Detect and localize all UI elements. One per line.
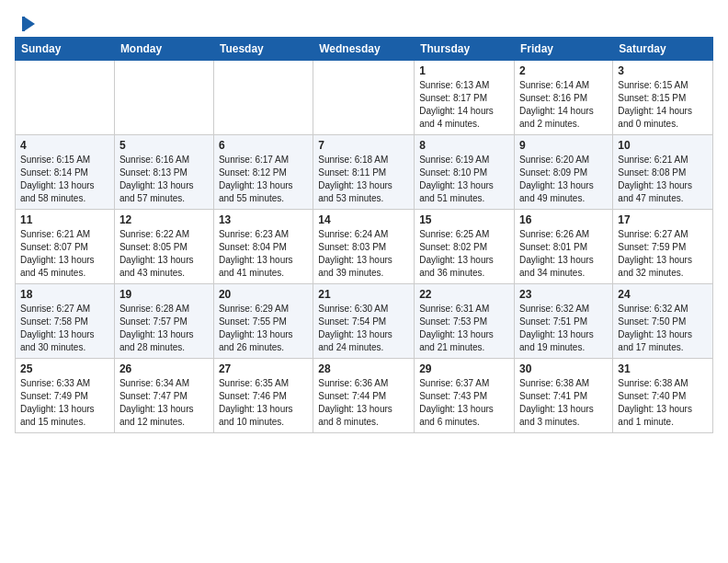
day-number: 10 [618,139,708,152]
day-info: Sunrise: 6:26 AM Sunset: 8:01 PM Dayligh… [519,228,608,280]
calendar-cell: 26Sunrise: 6:34 AM Sunset: 7:47 PM Dayli… [114,359,213,433]
calendar-cell: 2Sunrise: 6:14 AM Sunset: 8:16 PM Daylig… [515,61,613,135]
calendar-week-row: 18Sunrise: 6:27 AM Sunset: 7:58 PM Dayli… [16,284,713,359]
day-number: 19 [119,288,209,301]
calendar-cell: 22Sunrise: 6:31 AM Sunset: 7:53 PM Dayli… [415,284,515,359]
calendar-cell: 12Sunrise: 6:22 AM Sunset: 8:05 PM Dayli… [114,210,213,284]
day-number: 13 [219,213,308,226]
day-info: Sunrise: 6:38 AM Sunset: 7:41 PM Dayligh… [519,377,608,429]
day-info: Sunrise: 6:18 AM Sunset: 8:11 PM Dayligh… [318,154,409,205]
day-info: Sunrise: 6:27 AM Sunset: 7:58 PM Dayligh… [20,303,109,354]
calendar-cell: 19Sunrise: 6:28 AM Sunset: 7:57 PM Dayli… [114,284,213,359]
calendar-cell: 30Sunrise: 6:38 AM Sunset: 7:41 PM Dayli… [515,359,613,433]
day-info: Sunrise: 6:37 AM Sunset: 7:43 PM Dayligh… [419,377,509,429]
day-number: 6 [219,139,308,152]
calendar-cell: 11Sunrise: 6:21 AM Sunset: 8:07 PM Dayli… [16,210,115,284]
col-header-sunday: Sunday [16,38,115,61]
day-info: Sunrise: 6:13 AM Sunset: 8:17 PM Dayligh… [419,79,509,131]
calendar-cell: 13Sunrise: 6:23 AM Sunset: 8:04 PM Dayli… [213,210,313,284]
calendar-cell: 27Sunrise: 6:35 AM Sunset: 7:46 PM Dayli… [213,359,313,433]
day-info: Sunrise: 6:31 AM Sunset: 7:53 PM Dayligh… [419,303,509,354]
calendar-header-row: SundayMondayTuesdayWednesdayThursdayFrid… [16,38,713,61]
calendar-cell: 15Sunrise: 6:25 AM Sunset: 8:02 PM Dayli… [415,210,515,284]
day-number: 4 [20,139,109,152]
calendar-cell: 31Sunrise: 6:38 AM Sunset: 7:40 PM Dayli… [613,359,713,433]
day-info: Sunrise: 6:32 AM Sunset: 7:51 PM Dayligh… [519,303,608,354]
calendar-cell: 14Sunrise: 6:24 AM Sunset: 8:03 PM Dayli… [313,210,415,284]
day-info: Sunrise: 6:15 AM Sunset: 8:14 PM Dayligh… [20,154,109,205]
day-number: 28 [318,362,409,375]
col-header-tuesday: Tuesday [213,38,313,61]
day-number: 9 [519,139,608,152]
day-info: Sunrise: 6:30 AM Sunset: 7:54 PM Dayligh… [318,303,409,354]
calendar-cell: 1Sunrise: 6:13 AM Sunset: 8:17 PM Daylig… [415,61,515,135]
col-header-thursday: Thursday [415,38,515,61]
day-info: Sunrise: 6:15 AM Sunset: 8:15 PM Dayligh… [618,79,708,131]
day-info: Sunrise: 6:33 AM Sunset: 7:49 PM Dayligh… [20,377,109,429]
day-info: Sunrise: 6:24 AM Sunset: 8:03 PM Dayligh… [318,228,409,280]
calendar-cell: 8Sunrise: 6:19 AM Sunset: 8:10 PM Daylig… [415,135,515,210]
calendar-cell: 10Sunrise: 6:21 AM Sunset: 8:08 PM Dayli… [613,135,713,210]
day-number: 25 [20,362,109,375]
calendar-cell: 23Sunrise: 6:32 AM Sunset: 7:51 PM Dayli… [515,284,613,359]
calendar-cell: 16Sunrise: 6:26 AM Sunset: 8:01 PM Dayli… [515,210,613,284]
day-number: 31 [618,362,708,375]
calendar-week-row: 1Sunrise: 6:13 AM Sunset: 8:17 PM Daylig… [16,61,713,135]
calendar-cell: 7Sunrise: 6:18 AM Sunset: 8:11 PM Daylig… [313,135,415,210]
day-info: Sunrise: 6:16 AM Sunset: 8:13 PM Dayligh… [119,154,209,205]
svg-marker-0 [24,17,35,31]
day-number: 11 [20,213,109,226]
logo [15,15,37,29]
calendar-week-row: 25Sunrise: 6:33 AM Sunset: 7:49 PM Dayli… [16,359,713,433]
day-number: 23 [519,288,608,301]
calendar-week-row: 4Sunrise: 6:15 AM Sunset: 8:14 PM Daylig… [16,135,713,210]
day-number: 12 [119,213,209,226]
calendar-cell: 4Sunrise: 6:15 AM Sunset: 8:14 PM Daylig… [16,135,115,210]
day-number: 15 [419,213,509,226]
calendar-week-row: 11Sunrise: 6:21 AM Sunset: 8:07 PM Dayli… [16,210,713,284]
day-number: 27 [219,362,308,375]
calendar-cell [213,61,313,135]
day-number: 2 [519,64,608,77]
day-info: Sunrise: 6:28 AM Sunset: 7:57 PM Dayligh… [119,303,209,354]
day-number: 17 [618,213,708,226]
svg-rect-1 [22,17,25,31]
day-number: 5 [119,139,209,152]
day-info: Sunrise: 6:21 AM Sunset: 8:07 PM Dayligh… [20,228,109,280]
calendar-cell: 21Sunrise: 6:30 AM Sunset: 7:54 PM Dayli… [313,284,415,359]
day-info: Sunrise: 6:38 AM Sunset: 7:40 PM Dayligh… [618,377,708,429]
calendar-cell: 6Sunrise: 6:17 AM Sunset: 8:12 PM Daylig… [213,135,313,210]
calendar-cell: 3Sunrise: 6:15 AM Sunset: 8:15 PM Daylig… [613,61,713,135]
calendar-cell: 17Sunrise: 6:27 AM Sunset: 7:59 PM Dayli… [613,210,713,284]
calendar-cell [313,61,415,135]
day-number: 24 [618,288,708,301]
calendar-cell: 28Sunrise: 6:36 AM Sunset: 7:44 PM Dayli… [313,359,415,433]
calendar-cell: 9Sunrise: 6:20 AM Sunset: 8:09 PM Daylig… [515,135,613,210]
day-info: Sunrise: 6:21 AM Sunset: 8:08 PM Dayligh… [618,154,708,205]
day-info: Sunrise: 6:34 AM Sunset: 7:47 PM Dayligh… [119,377,209,429]
calendar-cell [16,61,115,135]
day-info: Sunrise: 6:25 AM Sunset: 8:02 PM Dayligh… [419,228,509,280]
day-info: Sunrise: 6:35 AM Sunset: 7:46 PM Dayligh… [219,377,308,429]
day-number: 3 [618,64,708,77]
day-number: 7 [318,139,409,152]
day-number: 21 [318,288,409,301]
day-info: Sunrise: 6:29 AM Sunset: 7:55 PM Dayligh… [219,303,308,354]
day-info: Sunrise: 6:27 AM Sunset: 7:59 PM Dayligh… [618,228,708,280]
day-number: 26 [119,362,209,375]
day-number: 30 [519,362,608,375]
col-header-monday: Monday [114,38,213,61]
day-info: Sunrise: 6:19 AM Sunset: 8:10 PM Dayligh… [419,154,509,205]
logo-icon [17,15,37,33]
day-number: 1 [419,64,509,77]
day-number: 14 [318,213,409,226]
col-header-wednesday: Wednesday [313,38,415,61]
col-header-saturday: Saturday [613,38,713,61]
calendar-cell: 25Sunrise: 6:33 AM Sunset: 7:49 PM Dayli… [16,359,115,433]
day-info: Sunrise: 6:14 AM Sunset: 8:16 PM Dayligh… [519,79,608,131]
day-info: Sunrise: 6:22 AM Sunset: 8:05 PM Dayligh… [119,228,209,280]
day-number: 22 [419,288,509,301]
day-number: 18 [20,288,109,301]
calendar-table: SundayMondayTuesdayWednesdayThursdayFrid… [15,37,713,433]
day-info: Sunrise: 6:32 AM Sunset: 7:50 PM Dayligh… [618,303,708,354]
